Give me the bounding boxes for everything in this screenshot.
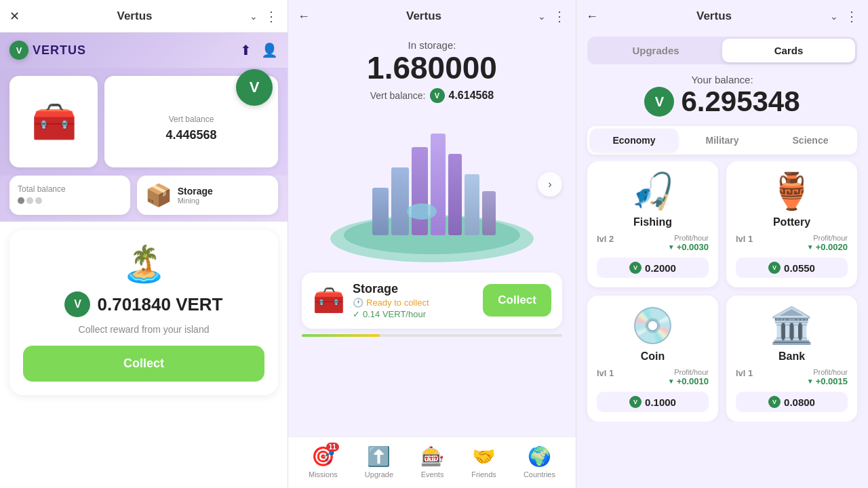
panel3-chevron-icon[interactable]: ⌄: [830, 11, 838, 22]
vertus-logo: V VERTUS: [9, 41, 86, 60]
cat-tab-science[interactable]: Science: [766, 129, 854, 152]
card-fishing[interactable]: 🎣 Fishing lvl 2 Profit/hour ▼ +0.0030 V …: [587, 161, 718, 287]
treasure-card: 🧰: [9, 76, 98, 167]
storage-text: Storage 🕐 Ready to collect ✓ 0.14 VERT/h…: [353, 282, 475, 319]
missions-label: Missions: [309, 470, 338, 479]
island-icon: 🏝️: [122, 243, 166, 285]
total-balance-card: Total balance: [9, 176, 130, 215]
profile-icon[interactable]: 👤: [261, 42, 278, 58]
panel1-title: Vertus: [20, 9, 250, 23]
city-next-arrow[interactable]: ›: [538, 172, 562, 197]
panel1-chevron-icon[interactable]: ⌄: [250, 11, 258, 22]
upgrade-icon: ⬆️: [367, 446, 391, 467]
panel3-balance-label: Your balance:: [691, 74, 753, 85]
nav-events[interactable]: 🎰 Events: [420, 445, 444, 479]
island-collect-button[interactable]: Collect: [23, 346, 264, 382]
vert-balance-number: 4.614568: [449, 89, 494, 102]
nav-countries[interactable]: 🌍 Countries: [524, 445, 555, 479]
panel2-menu-icon[interactable]: ⋮: [553, 8, 566, 24]
bank-profit-value: ▼ +0.0015: [807, 376, 848, 386]
coin-card-price: V 0.1000: [597, 392, 709, 412]
card-pottery[interactable]: 🏺 Pottery lvl 1 Profit/hour ▼ +0.0020 V …: [726, 161, 857, 287]
clock-icon: 🕐: [353, 298, 363, 308]
treasure-icon: 🧰: [31, 100, 77, 143]
panel2-chevron-icon[interactable]: ⌄: [538, 11, 546, 22]
panel1-header: V VERTUS ⬆ 👤: [0, 33, 288, 68]
panel3-back-icon[interactable]: ←: [586, 9, 598, 24]
friends-icon: 🤝: [472, 446, 496, 467]
svg-rect-8: [482, 191, 496, 235]
pottery-profit-value: ▼ +0.0020: [807, 242, 848, 252]
panel3-balance-row: V 6.295348: [644, 85, 800, 118]
island-description: Collect reward from your island: [79, 324, 210, 335]
storage-amount-value: 1.680000: [367, 51, 497, 85]
tab-cards[interactable]: Cards: [722, 39, 855, 62]
bank-coin-icon: V: [768, 396, 781, 408]
nav-missions[interactable]: 🎯 11 Missions: [309, 445, 338, 479]
storage-collect-button[interactable]: Collect: [483, 284, 551, 317]
panel-cards: ← Vertus ⌄ ⋮ Upgrades Cards Your balance…: [576, 0, 868, 488]
fishing-price: V 0.2000: [597, 258, 709, 278]
bank-price: V 0.0800: [736, 392, 848, 412]
panel2-back-icon[interactable]: ←: [298, 9, 310, 24]
coin-card-name: Coin: [641, 350, 665, 363]
panel1-menu-icon[interactable]: ⋮: [264, 8, 278, 24]
upload-icon[interactable]: ⬆: [240, 42, 252, 58]
coin-card-coin-icon: V: [629, 396, 642, 408]
loading-dot-1: [18, 197, 24, 204]
storage-chest-icon: 📦: [145, 182, 172, 208]
island-amount: 0.701840 VERT: [97, 294, 222, 315]
check-icon: ✓: [353, 309, 360, 319]
nav-upgrade-wrap: ⬆️: [367, 445, 391, 468]
card-coin[interactable]: 💿 Coin lvl 1 Profit/hour ▼ +0.0010 V 0.1…: [587, 296, 718, 422]
loading-indicator: [18, 197, 122, 204]
fishing-profit-wrap: Profit/hour ▼ +0.0030: [668, 234, 709, 252]
panel3-balance-value: 6.295348: [681, 85, 800, 118]
island-coin-icon: V: [64, 291, 90, 317]
fishing-price-value: 0.2000: [645, 262, 676, 274]
pottery-profit-number: +0.0020: [816, 242, 848, 252]
cat-tab-economy[interactable]: Economy: [590, 129, 678, 152]
svg-rect-4: [448, 154, 462, 235]
panel3-balance-section: Your balance: V 6.295348: [576, 68, 868, 126]
card-bank[interactable]: 🏛️ Bank lvl 1 Profit/hour ▼ +0.0015 V 0.…: [726, 296, 857, 422]
bank-profit-number: +0.0015: [816, 376, 848, 386]
missions-badge: 11: [326, 443, 339, 451]
pottery-price-value: 0.0550: [784, 262, 815, 274]
pottery-icon: 🏺: [770, 171, 814, 212]
nav-upgrade[interactable]: ⬆️ Upgrade: [365, 445, 393, 479]
panel2-topbar: ← Vertus ⌄ ⋮: [288, 0, 576, 33]
bank-profit-arrow: ▼: [807, 378, 814, 385]
storage-info: Storage Mining: [178, 186, 213, 205]
bank-stats: lvl 1 Profit/hour ▼ +0.0015: [736, 368, 848, 386]
svg-rect-2: [412, 147, 428, 235]
loading-dot-2: [26, 197, 33, 204]
cat-tab-military[interactable]: Military: [678, 129, 766, 152]
svg-rect-5: [391, 167, 409, 235]
vert-balance-row: Vert balance: V 4.614568: [370, 88, 494, 103]
bank-icon: 🏛️: [770, 305, 814, 346]
fishing-stats: lvl 2 Profit/hour ▼ +0.0030: [597, 234, 709, 252]
panel3-menu-icon[interactable]: ⋮: [845, 8, 859, 24]
countries-icon: 🌍: [528, 446, 551, 467]
storage-progress-bar: [302, 334, 562, 337]
loading-dot-3: [35, 197, 42, 204]
vert-balance-value: 4.446568: [165, 128, 216, 142]
svg-rect-6: [465, 174, 479, 235]
panel3-coin-icon: V: [644, 87, 674, 117]
vert-balance-card: V Vert balance 4.446568: [104, 76, 278, 167]
vert-balance-label: Vert balance: [169, 115, 214, 124]
bank-price-value: 0.0800: [784, 396, 815, 408]
close-icon[interactable]: ✕: [9, 9, 20, 24]
coin-card-price-value: 0.1000: [645, 396, 676, 408]
pottery-coin-icon: V: [768, 262, 781, 274]
pottery-name: Pottery: [773, 216, 810, 228]
coin-card-profit-number: +0.0010: [677, 376, 709, 386]
pottery-level: lvl 1: [736, 234, 753, 252]
nav-friends[interactable]: 🤝 Friends: [471, 445, 496, 479]
panel-island: ✕ Vertus ⌄ ⋮ V VERTUS ⬆ 👤 🧰 V Vert balan…: [0, 0, 288, 488]
coin-profit-arrow: ▼: [668, 378, 675, 385]
storage-rate: ✓ 0.14 VERT/hour: [353, 309, 475, 319]
fishing-level: lvl 2: [597, 234, 614, 252]
tab-upgrades[interactable]: Upgrades: [589, 39, 722, 62]
